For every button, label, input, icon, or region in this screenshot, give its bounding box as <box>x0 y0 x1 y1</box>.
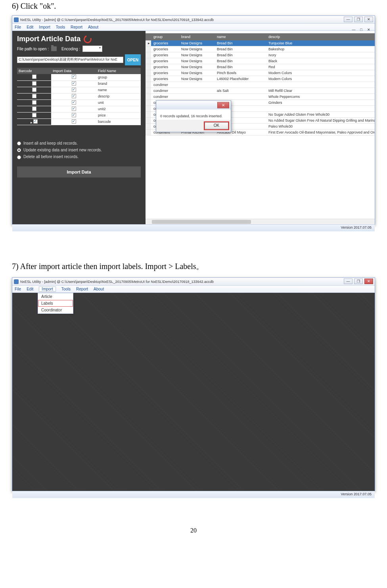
sub-max-icon[interactable]: □ <box>358 28 364 32</box>
cell <box>179 88 215 94</box>
radio-delete-all[interactable]: Delete all before insert records. <box>17 155 141 159</box>
menu-about[interactable]: About <box>88 25 98 29</box>
cell <box>215 94 266 100</box>
folder-icon[interactable] <box>51 46 57 51</box>
table-row[interactable]: ▸groceriesNow DesignsBread BinTurquoise … <box>146 40 375 46</box>
chk-import[interactable] <box>72 107 76 111</box>
cell: Now Designs <box>179 40 215 46</box>
minimize-button[interactable]: — <box>344 17 353 22</box>
dialog-message: 0 records updated, 16 records inserted. <box>156 109 231 120</box>
cell: als Salt <box>215 88 266 94</box>
cell: No Sugar Added Gluten Free Whole30 <box>266 112 375 118</box>
cell: Red <box>266 64 375 70</box>
cell: groceries <box>151 40 179 46</box>
horizontal-scrollbar[interactable] <box>146 219 375 224</box>
col-fieldname: Field Name <box>96 68 141 74</box>
app-icon <box>14 279 19 284</box>
maximize-button[interactable]: ❐ <box>354 17 363 22</box>
chk-barcode[interactable] <box>33 119 38 124</box>
panel-title-text: Import Article Data <box>17 35 80 43</box>
menu-item-labels[interactable]: Labels <box>38 300 73 307</box>
table-row[interactable]: groceriesNow DesignsBread BinBlack <box>146 58 375 64</box>
dialog-close-button[interactable]: ✕ <box>217 102 229 108</box>
menu-import[interactable]: Import <box>39 25 50 29</box>
table-row[interactable]: groceriesNow DesignsBread BinRed <box>146 64 375 70</box>
cell: Bread Bin <box>215 40 266 46</box>
step-6-heading: 6) Click "ok". <box>12 2 375 11</box>
radio-insert-all[interactable]: Insert all and keep old records. <box>17 141 141 145</box>
table-row[interactable]: condimerals SaltMill Refill Clear <box>146 88 375 94</box>
cell: Bread Bin <box>215 52 266 58</box>
col-importdata: Import Data <box>51 68 96 74</box>
table-row[interactable]: groceriesNow DesignsPinch BowlsModern Co… <box>146 70 375 76</box>
refresh-icon[interactable] <box>82 34 93 44</box>
chk-barcode[interactable] <box>32 94 36 98</box>
import-data-button[interactable]: Import Data <box>17 166 141 178</box>
sub-close-icon[interactable]: ✕ <box>366 28 372 32</box>
cell: condimer <box>151 94 179 100</box>
menu-file[interactable]: File <box>15 287 21 291</box>
file-path-input[interactable]: C:\Users\janpan\Desktop\新建資料夾\PanPan\Met… <box>17 57 123 63</box>
chk-barcode[interactable] <box>32 100 36 105</box>
radio-update[interactable]: Update existing data and insert new reco… <box>17 148 141 152</box>
close-button[interactable]: ✕ <box>364 279 373 284</box>
chk-barcode[interactable] <box>32 113 36 117</box>
fieldname: barcode <box>96 118 141 125</box>
cell: groceries <box>151 58 179 64</box>
menu-file[interactable]: File <box>15 25 21 29</box>
open-button[interactable]: OPEN <box>125 54 141 65</box>
cell: groceries <box>151 70 179 76</box>
maximize-button[interactable]: ❐ <box>354 279 363 284</box>
menu-edit[interactable]: Edit <box>27 25 33 29</box>
chk-barcode[interactable] <box>32 88 36 92</box>
chk-barcode[interactable] <box>32 81 36 86</box>
fieldname: unit <box>96 99 141 106</box>
screenshot-1: NxESL Utility - [admin] @ C:\Users\janpa… <box>12 15 375 225</box>
table-row[interactable]: groceriesNow DesignsBread BinBakeshop <box>146 46 375 52</box>
cell: Bread Bin <box>215 46 266 52</box>
menu-report[interactable]: Report <box>71 25 82 29</box>
menu-import[interactable]: Import <box>39 286 56 292</box>
grid-header: descrip <box>266 33 375 40</box>
table-row[interactable]: groceriesNow DesignsL46002 PlaceholderMo… <box>146 76 375 82</box>
menu-item-article[interactable]: Article <box>38 293 73 300</box>
chk-import[interactable] <box>72 81 76 86</box>
table-row[interactable]: condimer <box>146 82 375 88</box>
menu-bar: File Edit Import Tools Report About <box>12 286 375 293</box>
chk-import[interactable] <box>72 100 76 105</box>
menu-tools[interactable]: Tools <box>56 25 65 29</box>
chk-barcode[interactable] <box>32 74 36 79</box>
chk-import[interactable] <box>72 94 76 98</box>
cell: groceries <box>151 46 179 52</box>
cell: groceries <box>151 76 179 82</box>
fieldname: brand <box>96 80 141 87</box>
window-title: NxESL Utility - [admin] @ C:\Users\janpa… <box>20 280 214 284</box>
menu-item-coordinator[interactable]: Coordinator <box>38 307 73 313</box>
minimize-button[interactable]: — <box>344 279 353 284</box>
chk-import[interactable] <box>72 74 76 79</box>
fields-table: Barcode Import Data Field Name group bra… <box>17 68 141 125</box>
menu-edit[interactable]: Edit <box>27 287 33 291</box>
close-button[interactable]: ✕ <box>364 17 373 22</box>
file-path-label: File path to open : <box>17 47 49 51</box>
chk-barcode[interactable] <box>32 107 36 111</box>
menu-tools[interactable]: Tools <box>61 287 71 291</box>
cell <box>266 106 375 112</box>
cell: Bread Bin <box>215 64 266 70</box>
chk-import[interactable] <box>72 119 76 124</box>
encoding-dropdown[interactable] <box>82 46 102 52</box>
chk-import[interactable] <box>72 88 76 92</box>
menu-report[interactable]: Report <box>76 287 88 291</box>
menu-about[interactable]: About <box>94 287 104 291</box>
cell: Ivory <box>266 52 375 58</box>
cell <box>179 94 215 100</box>
fieldname: name <box>96 87 141 93</box>
sub-min-icon[interactable]: — <box>351 28 356 32</box>
table-row[interactable]: groceriesNow DesignsBread BinIvory <box>146 52 375 58</box>
cell: Now Designs <box>179 70 215 76</box>
cell: Grinders <box>266 100 375 106</box>
status-bar: Version 2017.07.05 <box>12 224 375 231</box>
ok-button[interactable]: OK <box>205 122 228 129</box>
chk-import[interactable] <box>72 113 76 117</box>
table-row[interactable]: condimerWhole Peppercorns <box>146 94 375 100</box>
